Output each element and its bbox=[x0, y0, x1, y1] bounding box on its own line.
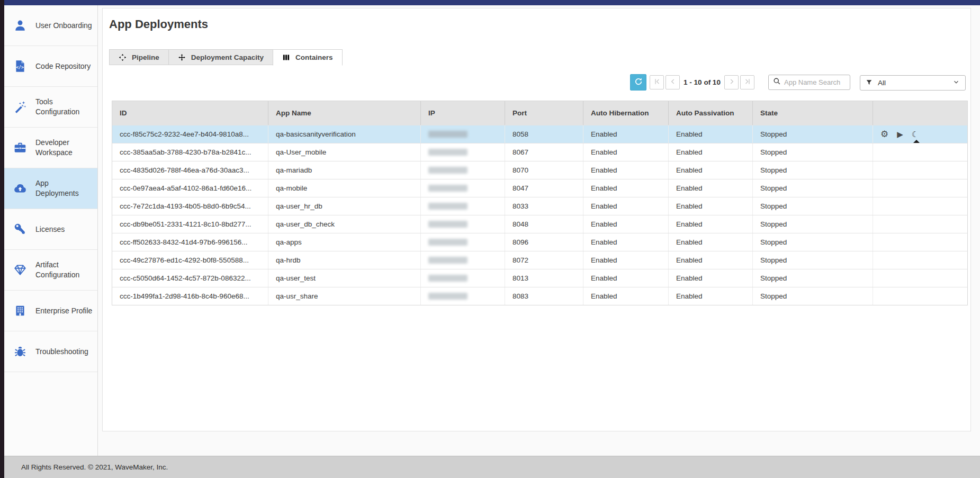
cell-id: ccc-385aa5ab-3788-4230-b78a-b2841c... bbox=[112, 143, 268, 161]
next-page-button[interactable] bbox=[724, 75, 739, 89]
tab-label: Deployment Capacity bbox=[191, 53, 264, 61]
table-row[interactable]: ccc-4835d026-788f-46ea-a76d-30aac3... qa… bbox=[112, 161, 967, 179]
page-last-icon bbox=[744, 78, 751, 87]
cell-auto-passivation: Enabled bbox=[668, 269, 752, 287]
sidebar-item-licenses[interactable]: Licenses bbox=[4, 209, 97, 250]
cell-auto-passivation: Enabled bbox=[668, 179, 752, 197]
cell-auto-passivation: Enabled bbox=[668, 125, 752, 143]
cell-auto-hibernation: Enabled bbox=[583, 215, 668, 233]
ip-redacted-blur bbox=[428, 167, 467, 174]
sidebar-item-user-onboarding[interactable]: User Onboarding bbox=[4, 5, 97, 46]
briefcase-icon bbox=[13, 140, 28, 155]
sidebar-item-developer-workspace[interactable]: Developer Workspace bbox=[4, 128, 97, 168]
tab-pipeline[interactable]: Pipeline bbox=[109, 49, 169, 65]
user-icon bbox=[13, 18, 28, 33]
filter-dropdown[interactable]: All bbox=[860, 75, 966, 91]
sidebar-item-artifact-configuration[interactable]: Artifact Configuration bbox=[4, 250, 97, 291]
chevron-left-icon bbox=[669, 78, 677, 87]
start-play-icon[interactable]: ▶ bbox=[897, 130, 903, 138]
refresh-icon bbox=[634, 77, 643, 88]
sidebar-item-enterprise-profile[interactable]: Enterprise Profile bbox=[4, 291, 97, 331]
svg-text:</>: </> bbox=[16, 65, 24, 70]
code-file-icon: </> bbox=[13, 59, 28, 74]
cell-ip bbox=[420, 233, 505, 251]
cell-id: ccc-4835d026-788f-46ea-a76d-30aac3... bbox=[112, 161, 268, 179]
cell-id: ccc-49c27876-ed1c-4292-b0f8-550588... bbox=[112, 251, 268, 269]
filter-funnel-icon bbox=[866, 79, 873, 87]
cell-actions bbox=[873, 251, 967, 269]
table-header-row: IDApp NameIPPortAuto HibernationAuto Pas… bbox=[112, 101, 967, 125]
sidebar-item-label: Developer Workspace bbox=[35, 138, 93, 158]
ip-redacted-blur bbox=[428, 239, 467, 246]
cell-auto-hibernation: Enabled bbox=[583, 251, 668, 269]
pagination-range: 1 - 10 of 10 bbox=[681, 75, 723, 89]
cell-id: ccc-db9be051-2331-4121-8c10-8bd277... bbox=[112, 215, 268, 233]
cell-app-name: qa-hrdb bbox=[268, 251, 420, 269]
column-header-id: ID bbox=[112, 101, 268, 125]
cell-state: Stopped bbox=[752, 143, 873, 161]
left-edge-strip bbox=[0, 0, 4, 478]
cell-app-name: qa-mariadb bbox=[268, 161, 420, 179]
sidebar-item-troubleshooting[interactable]: Troubleshooting bbox=[4, 331, 97, 372]
cloud-upload-icon bbox=[13, 181, 28, 196]
first-page-button[interactable] bbox=[650, 75, 664, 89]
ip-redacted-blur bbox=[428, 131, 467, 138]
cell-ip bbox=[420, 125, 505, 143]
cell-actions bbox=[873, 269, 967, 287]
footer: All Rights Reserved. © 2021, WaveMaker, … bbox=[0, 456, 980, 478]
table-row[interactable]: ccc-ff502633-8432-41d4-97b6-996156... qa… bbox=[112, 233, 967, 251]
table-row[interactable]: ccc-385aa5ab-3788-4230-b78a-b2841c... qa… bbox=[112, 143, 967, 161]
table-row[interactable]: ccc-c5050d64-1452-4c57-872b-086322... qa… bbox=[112, 269, 967, 287]
cell-actions bbox=[873, 215, 967, 233]
last-page-button[interactable] bbox=[740, 75, 754, 89]
column-header-ip: IP bbox=[420, 101, 505, 125]
cell-app-name: qa-user_db_check bbox=[268, 215, 420, 233]
tab-containers[interactable]: Containers bbox=[273, 49, 343, 66]
sidebar-item-tools-configuration[interactable]: Tools Configuration bbox=[4, 87, 97, 128]
cell-auto-hibernation: Enabled bbox=[583, 143, 668, 161]
prev-page-button[interactable] bbox=[666, 75, 680, 89]
app-name-search-input[interactable] bbox=[784, 78, 846, 86]
page-title: App Deployments bbox=[109, 17, 208, 31]
table-row[interactable]: ccc-f85c75c2-9232-4ee7-b404-9810a8... qa… bbox=[112, 125, 967, 143]
cell-ip bbox=[420, 251, 505, 269]
cell-id: ccc-f85c75c2-9232-4ee7-b404-9810a8... bbox=[112, 125, 268, 143]
sidebar: User Onboarding </> Code Repository Tool… bbox=[4, 5, 98, 456]
tab-label: Containers bbox=[295, 53, 333, 61]
sidebar-item-label: Licenses bbox=[35, 224, 93, 235]
search-box bbox=[768, 75, 850, 90]
table-row[interactable]: ccc-7e72c1da-4193-4b05-b8d0-6b9c54... qa… bbox=[112, 197, 967, 215]
table-row[interactable]: ccc-0e97aea4-a5af-4102-86a1-fd60e16... q… bbox=[112, 179, 967, 197]
cell-auto-passivation: Enabled bbox=[668, 251, 752, 269]
sidebar-item-label: User Onboarding bbox=[35, 21, 93, 31]
cell-actions bbox=[873, 197, 967, 215]
ip-redacted-blur bbox=[428, 221, 467, 228]
cell-port: 8013 bbox=[505, 269, 583, 287]
cell-auto-passivation: Enabled bbox=[668, 197, 752, 215]
sidebar-item-code-repository[interactable]: </> Code Repository bbox=[4, 46, 97, 87]
settings-gear-icon[interactable]: ⚙ bbox=[880, 130, 888, 139]
sidebar-item-label: Troubleshooting bbox=[35, 347, 93, 357]
passivate-moon-icon[interactable]: ☾ bbox=[912, 130, 919, 138]
cell-app-name: qa-mobile bbox=[268, 179, 420, 197]
cell-state: Stopped bbox=[752, 197, 873, 215]
table-row[interactable]: ccc-db9be051-2331-4121-8c10-8bd277... qa… bbox=[112, 215, 967, 233]
cell-actions bbox=[873, 233, 967, 251]
tab-deployment-capacity[interactable]: Deployment Capacity bbox=[168, 49, 273, 65]
sidebar-item-label: Tools Configuration bbox=[35, 97, 93, 117]
table-row[interactable]: ccc-49c27876-ed1c-4292-b0f8-550588... qa… bbox=[112, 251, 967, 269]
refresh-button[interactable] bbox=[630, 74, 646, 91]
ip-redacted-blur bbox=[428, 149, 467, 156]
ip-redacted-blur bbox=[428, 257, 467, 264]
sidebar-item-app-deployments[interactable]: App Deployments bbox=[4, 168, 97, 209]
cell-app-name: qa-apps bbox=[268, 233, 420, 251]
sidebar-item-label: Enterprise Profile bbox=[35, 306, 93, 316]
cell-ip bbox=[420, 197, 505, 215]
diamond-icon bbox=[13, 263, 28, 277]
cell-state: Stopped bbox=[752, 233, 873, 251]
cell-app-name: qa-user_hr_db bbox=[268, 197, 420, 215]
cell-port: 8033 bbox=[505, 197, 583, 215]
table-row[interactable]: ccc-1b499fa1-2d98-416b-8c4b-960e68... qa… bbox=[112, 287, 967, 305]
cell-ip bbox=[420, 287, 505, 305]
cell-auto-passivation: Enabled bbox=[668, 143, 752, 161]
